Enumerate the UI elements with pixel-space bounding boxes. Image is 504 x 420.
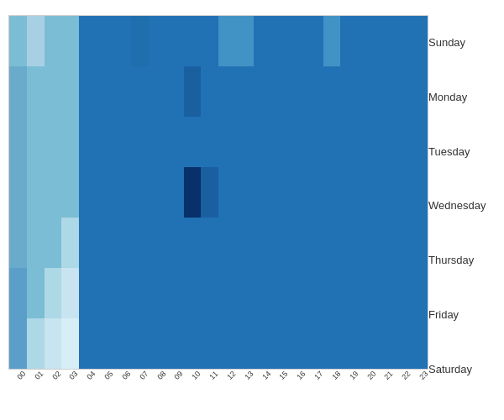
heatmap-cell	[410, 66, 428, 117]
heatmap-cell	[306, 218, 323, 268]
heatmap-cell	[236, 16, 254, 66]
heatmap-cell	[236, 268, 254, 318]
heatmap-cell	[393, 117, 411, 167]
y-tick-label: Thursday	[428, 254, 491, 266]
heatmap-cell	[254, 66, 271, 117]
heatmap-cell	[340, 218, 358, 268]
heatmap-cell	[393, 167, 411, 218]
heatmap-cell	[201, 16, 218, 66]
heatmap-cell	[184, 117, 202, 167]
heatmap-cell	[306, 318, 323, 369]
heatmap-cell	[270, 218, 288, 268]
heatmap-cell	[410, 117, 428, 167]
heatmap-cell	[114, 318, 132, 369]
heatmap-cell	[340, 268, 358, 318]
heatmap-cell	[166, 16, 184, 66]
y-tick-label: Wednesday	[428, 199, 491, 212]
heatmap-cell	[254, 318, 271, 369]
heatmap-cell	[254, 218, 271, 268]
heatmap-cell	[79, 318, 97, 369]
heatmap-cell	[270, 318, 288, 369]
heatmap-cell	[236, 117, 254, 167]
heatmap-cell	[375, 318, 393, 369]
heatmap-cell	[166, 218, 184, 268]
heatmap-cell	[184, 16, 202, 66]
heatmap-cell	[184, 268, 202, 318]
y-tick-label: Friday	[428, 308, 491, 321]
heatmap-cell	[27, 167, 45, 218]
heatmap-cell	[201, 167, 218, 218]
heatmap-cell	[131, 117, 149, 167]
heatmap-cell	[201, 218, 218, 268]
heatmap-cell	[97, 268, 114, 318]
heatmap-cell	[236, 218, 254, 268]
heatmap-cell	[45, 218, 62, 268]
heatmap-cell	[218, 318, 236, 369]
heatmap-cell	[9, 66, 27, 117]
heatmap-cell	[270, 167, 288, 218]
heatmap-cell	[254, 167, 271, 218]
heatmap-cell	[254, 117, 271, 167]
heatmap-cell	[358, 66, 375, 117]
heatmap-cell	[9, 167, 27, 218]
heatmap-cell	[114, 167, 132, 218]
heatmap-cell	[45, 318, 62, 369]
heatmap-cell	[270, 268, 288, 318]
heatmap-cell	[236, 66, 254, 117]
heatmap-cell	[218, 268, 236, 318]
heatmap-cell	[288, 16, 306, 66]
heatmap-cell	[45, 66, 62, 117]
heatmap-cell	[166, 318, 184, 369]
heatmap-cell	[375, 16, 393, 66]
heatmap-cell	[45, 16, 62, 66]
heatmap-cell	[149, 66, 166, 117]
heatmap-cell	[184, 218, 202, 268]
heatmap-cell	[375, 218, 393, 268]
heatmap-cell	[114, 268, 132, 318]
heatmap-cell	[79, 268, 97, 318]
heatmap-cell	[254, 16, 271, 66]
heatmap-cell	[393, 268, 411, 318]
heatmap-cell	[306, 167, 323, 218]
heatmap-area: 0001020304050607080910111213141516171819…	[8, 15, 428, 396]
heatmap-cell	[27, 117, 45, 167]
heatmap-cell	[410, 167, 428, 218]
heatmap-cell	[375, 167, 393, 218]
heatmap-cell	[340, 16, 358, 66]
chart-container: 0001020304050607080910111213141516171819…	[0, 0, 504, 420]
heatmap-cell	[9, 16, 27, 66]
heatmap-cell	[79, 16, 97, 66]
heatmap-cell	[149, 16, 166, 66]
heatmap-cell	[393, 318, 411, 369]
heatmap-cell	[97, 117, 114, 167]
heatmap-cell	[323, 318, 341, 369]
heatmap-cell	[27, 218, 45, 268]
heatmap-cell	[166, 66, 184, 117]
heatmap-cell	[410, 16, 428, 66]
y-tick-label: Monday	[428, 91, 491, 103]
heatmap-cell	[131, 268, 149, 318]
heatmap-cell	[27, 66, 45, 117]
heatmap-cell	[166, 117, 184, 167]
heatmap-cell	[288, 117, 306, 167]
heatmap-cell	[97, 16, 114, 66]
heatmap-cell	[340, 66, 358, 117]
heatmap-cell	[201, 117, 218, 167]
heatmap-cell	[254, 268, 271, 318]
heatmap-cell	[375, 117, 393, 167]
heatmap-cell	[27, 268, 45, 318]
heatmap-cell	[149, 218, 166, 268]
heatmap-cell	[340, 318, 358, 369]
heatmap-cell	[184, 167, 202, 218]
heatmap-cell	[306, 16, 323, 66]
heatmap-cell	[131, 218, 149, 268]
heatmap-cell	[358, 318, 375, 369]
heatmap-cell	[45, 268, 62, 318]
heatmap-cell	[323, 66, 341, 117]
heatmap-cell	[288, 218, 306, 268]
heatmap-cell	[184, 66, 202, 117]
heatmap-cell	[218, 117, 236, 167]
heatmap-cell	[45, 117, 62, 167]
heatmap-cell	[79, 117, 97, 167]
heatmap-cell	[410, 218, 428, 268]
